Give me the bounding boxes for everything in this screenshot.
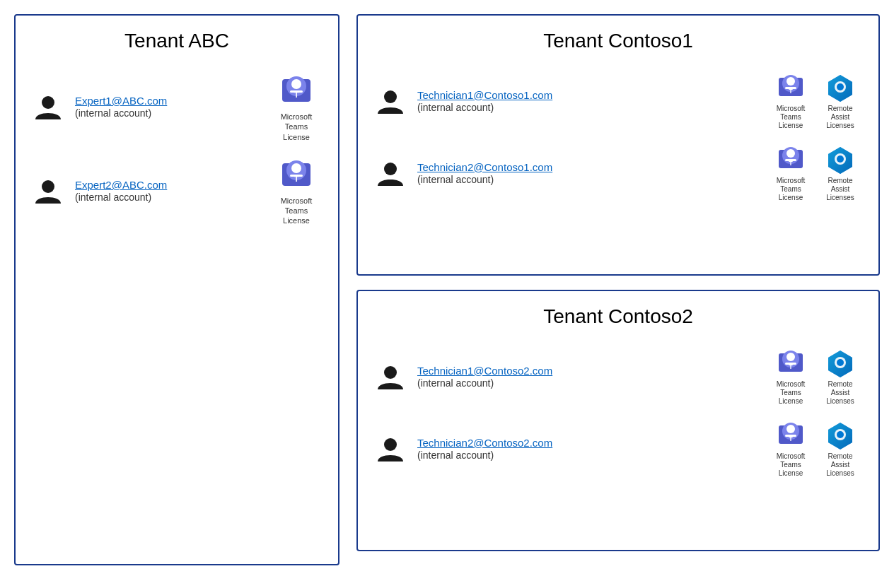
expert2-teams-label: Microsoft Teams License xyxy=(272,196,321,226)
user-info-expert1: Expert1@ABC.com (internal account) xyxy=(75,95,249,119)
expert1-teams-license: T Microsoft Teams License xyxy=(272,72,321,142)
tenant-contoso2-box: Tenant Contoso2 Technician1@Contoso2.com… xyxy=(356,290,880,551)
tech1-c2-licenses: T Microsoft Teams License xyxy=(770,348,861,406)
teams-icon-tech2-c2: T xyxy=(776,420,806,449)
svg-point-22 xyxy=(384,163,397,175)
user-row-tech2-c2: Technician2@Contoso2.com (internal accou… xyxy=(375,420,861,478)
teams-icon-tech2-c1: T xyxy=(776,144,806,174)
user-row-tech2-c1: Technician2@Contoso1.com (internal accou… xyxy=(375,144,861,202)
svg-text:T: T xyxy=(789,160,793,167)
remote-assist-icon-tech2-c1 xyxy=(825,144,855,174)
user-info-expert2: Expert2@ABC.com (internal account) xyxy=(75,179,249,204)
tech1-c1-email[interactable]: Technician1@Contoso1.com xyxy=(417,89,753,101)
svg-point-42 xyxy=(384,438,397,451)
teams-icon-expert2: T xyxy=(278,156,315,193)
tech2-c1-remote-label: Remote Assist Licenses xyxy=(819,177,861,202)
tenant-contoso2-title: Tenant Contoso2 xyxy=(375,305,861,328)
user-icon-tech2-c2 xyxy=(375,433,406,464)
teams-icon-expert1: T xyxy=(278,72,315,109)
user-info-tech1-c2: Technician1@Contoso2.com (internal accou… xyxy=(417,365,753,389)
tech2-c1-teams-label: Microsoft Teams License xyxy=(770,177,812,202)
tech1-c1-teams-label: Microsoft Teams License xyxy=(770,105,812,130)
svg-point-25 xyxy=(786,149,795,158)
user-row-tech1-c2: Technician1@Contoso2.com (internal accou… xyxy=(375,348,861,406)
expert1-teams-label: Microsoft Teams License xyxy=(272,112,321,142)
tenant-contoso1-title: Tenant Contoso1 xyxy=(375,30,861,52)
tech2-c1-licenses: T Microsoft Teams License xyxy=(770,144,861,202)
tech2-c1-teams-license: T Microsoft Teams License xyxy=(770,144,812,202)
tech1-c2-account: (internal account) xyxy=(417,377,494,389)
svg-text:T: T xyxy=(789,88,793,95)
svg-point-21 xyxy=(837,83,844,90)
tech2-c2-teams-license: T Microsoft Teams License xyxy=(770,420,812,478)
user-info-tech2-c1: Technician2@Contoso1.com (internal accou… xyxy=(417,161,753,186)
user-row-expert1: Expert1@ABC.com (internal account) T Mic… xyxy=(33,72,321,142)
user-info-tech2-c2: Technician2@Contoso2.com (internal accou… xyxy=(417,437,753,461)
tech1-c1-remote-label: Remote Assist Licenses xyxy=(819,105,861,130)
main-layout: Tenant ABC Expert1@ABC.com (internal acc… xyxy=(14,14,880,574)
tech2-c2-remote-license: Remote Assist Licenses xyxy=(819,420,861,478)
expert2-account: (internal account) xyxy=(75,192,151,203)
tech1-c1-teams-license: T Microsoft Teams License xyxy=(770,72,812,130)
tech2-c1-account: (internal account) xyxy=(417,174,494,185)
tech1-c2-remote-label: Remote Assist Licenses xyxy=(819,380,861,406)
svg-point-9 xyxy=(291,163,301,173)
svg-text:T: T xyxy=(294,175,299,183)
tech2-c2-account: (internal account) xyxy=(417,449,494,461)
tech1-c2-email[interactable]: Technician1@Contoso2.com xyxy=(417,365,753,377)
tech2-c2-teams-label: Microsoft Teams License xyxy=(770,452,812,478)
expert1-account: (internal account) xyxy=(75,107,151,119)
tenant-abc-title: Tenant ABC xyxy=(33,30,321,52)
remote-assist-icon-tech2-c2 xyxy=(825,420,855,449)
teams-icon-tech1-c2: T xyxy=(776,348,806,377)
svg-point-3 xyxy=(291,79,301,89)
tech2-c2-licenses: T Microsoft Teams License xyxy=(770,420,861,478)
expert2-teams-license: T Microsoft Teams License xyxy=(272,156,321,226)
remote-assist-icon-tech1-c1 xyxy=(825,72,855,102)
tech2-c2-email[interactable]: Technician2@Contoso2.com xyxy=(417,437,753,449)
tenant-abc-box: Tenant ABC Expert1@ABC.com (internal acc… xyxy=(14,14,339,565)
svg-point-32 xyxy=(384,366,397,379)
tech1-c2-teams-label: Microsoft Teams License xyxy=(770,380,812,406)
user-icon-tech1-c1 xyxy=(375,86,406,117)
tech1-c1-account: (internal account) xyxy=(417,102,494,113)
svg-point-15 xyxy=(786,77,795,86)
tenant-contoso1-box: Tenant Contoso1 Technician1@Contoso1.com… xyxy=(356,14,880,276)
teams-icon-tech1-c1: T xyxy=(776,72,806,102)
svg-text:T: T xyxy=(789,435,793,442)
tech1-c1-remote-license: Remote Assist Licenses xyxy=(819,72,861,130)
expert1-email[interactable]: Expert1@ABC.com xyxy=(75,95,249,107)
tech1-c2-remote-license: Remote Assist Licenses xyxy=(819,348,861,406)
svg-point-6 xyxy=(42,180,54,193)
svg-point-51 xyxy=(837,431,844,438)
user-icon-expert1 xyxy=(33,91,64,122)
svg-point-35 xyxy=(786,353,795,361)
svg-text:T: T xyxy=(294,90,299,99)
user-row-expert2: Expert2@ABC.com (internal account) T Mic… xyxy=(33,156,321,226)
tech1-c1-licenses: T Microsoft Teams License xyxy=(770,72,861,130)
svg-point-45 xyxy=(786,425,795,433)
svg-point-12 xyxy=(384,90,397,103)
user-row-tech1-c1: Technician1@Contoso1.com (internal accou… xyxy=(375,72,861,130)
tech1-c2-teams-license: T Microsoft Teams License xyxy=(770,348,812,406)
tech2-c1-remote-license: Remote Assist Licenses xyxy=(819,144,861,202)
user-icon-tech1-c2 xyxy=(375,361,406,392)
svg-point-31 xyxy=(837,155,844,163)
user-icon-expert2 xyxy=(33,175,64,206)
user-icon-tech2-c1 xyxy=(375,158,406,189)
tech2-c2-remote-label: Remote Assist Licenses xyxy=(819,452,861,478)
svg-point-41 xyxy=(837,359,844,366)
tech2-c1-email[interactable]: Technician2@Contoso1.com xyxy=(417,161,753,173)
remote-assist-icon-tech1-c2 xyxy=(825,348,855,377)
user-info-tech1-c1: Technician1@Contoso1.com (internal accou… xyxy=(417,89,753,114)
svg-text:T: T xyxy=(789,363,793,370)
svg-point-0 xyxy=(42,96,54,109)
right-column: Tenant Contoso1 Technician1@Contoso1.com… xyxy=(356,14,880,551)
expert2-email[interactable]: Expert2@ABC.com xyxy=(75,179,249,191)
